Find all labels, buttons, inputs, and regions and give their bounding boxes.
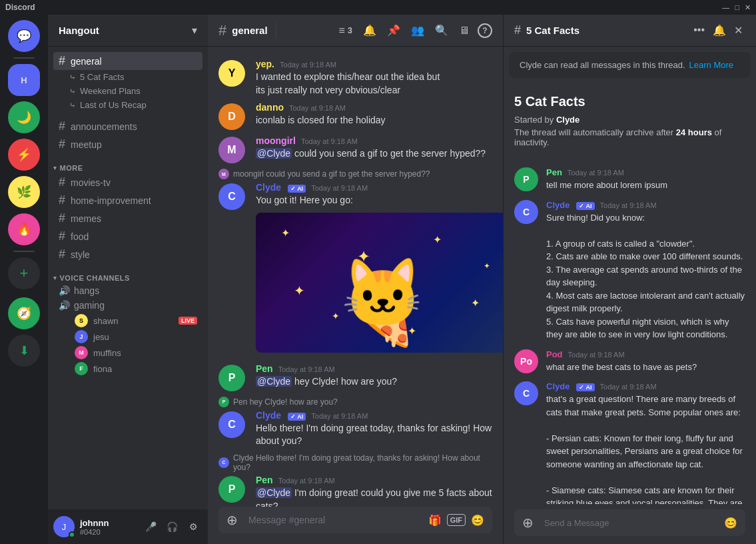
minimize-button[interactable]: — xyxy=(722,3,729,12)
channel-item-announcements[interactable]: # announcements xyxy=(53,117,202,135)
server-header[interactable]: Hangout ▾ xyxy=(48,15,208,47)
avatar-pen-cats[interactable]: P xyxy=(218,476,245,503)
voice-channel-hangs[interactable]: 🔊 hangs xyxy=(53,283,202,298)
chat-channel-name: general xyxy=(232,25,267,36)
thread-more-button[interactable]: ••• xyxy=(691,21,707,39)
server-icon-4[interactable]: 🌿 xyxy=(8,176,40,208)
channel-item-style[interactable]: # style xyxy=(53,245,202,263)
channel-hash-style: # xyxy=(59,247,65,261)
voice-user-muffins[interactable]: M muffins xyxy=(53,345,202,361)
channel-item-memes[interactable]: # memes xyxy=(53,209,202,227)
thread-message-input[interactable] xyxy=(542,511,716,535)
mention-clyde-2[interactable]: @Clyde xyxy=(256,376,292,387)
message-input[interactable] xyxy=(246,507,420,533)
thread-avatar-pod[interactable]: Po xyxy=(514,349,538,373)
mute-button[interactable]: 🎤 xyxy=(141,517,160,536)
channel-item-home[interactable]: # home-improvement xyxy=(53,191,202,209)
explore-button[interactable]: 🧭 xyxy=(8,297,40,329)
gif-button[interactable]: GIF xyxy=(447,514,466,526)
threads-button[interactable]: ≡ 3 xyxy=(336,22,355,39)
thread-icon-3: ⤷ xyxy=(69,101,76,110)
avatar-clyde-hello[interactable]: C xyxy=(218,411,245,438)
msg-author-yep[interactable]: yep. xyxy=(256,59,274,69)
channel-item-movies[interactable]: # movies-tv xyxy=(53,173,202,191)
voice-channel-gaming[interactable]: 🔊 gaming xyxy=(53,298,202,313)
user-avatar[interactable]: J xyxy=(53,516,75,537)
thread-item-cat-facts[interactable]: ⤷ 5 Cat Facts xyxy=(53,70,202,84)
voice-user-fiona[interactable]: F fiona xyxy=(53,361,202,377)
thread-avatar-clyde-facts[interactable]: C xyxy=(514,200,538,224)
notification-bell-button[interactable]: 🔔 xyxy=(360,21,379,39)
thread-learn-more-link[interactable]: Learn More xyxy=(689,60,733,70)
message-group-clyde-gif: C Clyde ✓ AI Today at 9:18 AM You got it… xyxy=(208,181,503,359)
gift-button[interactable]: 🎁 xyxy=(426,511,444,529)
server-icon-1[interactable]: H xyxy=(8,64,40,96)
maximize-button[interactable]: □ xyxy=(735,3,739,12)
thread-msg-clyde-facts: C Clyde ✓ AI Today at 9:18 AM Sure thing… xyxy=(504,196,756,345)
archive-hours: 24 hours xyxy=(676,127,712,137)
avatar-moongirl[interactable]: M xyxy=(218,137,245,163)
thread-emoji-button[interactable]: 😊 xyxy=(721,514,740,532)
thread-item-lastofus[interactable]: ⤷ Last of Us Recap xyxy=(53,98,202,112)
message-group-clyde-hello: C Clyde ✓ AI Today at 9:18 AM Hello ther… xyxy=(208,409,503,449)
thread-messages: P Pen Today at 9:18 AM tell me more abou… xyxy=(504,158,756,504)
msg-author-pen[interactable]: Pen xyxy=(256,363,273,374)
msg-author-clyde-gif[interactable]: Clyde xyxy=(256,182,281,193)
download-button[interactable]: ⬇ xyxy=(8,335,40,367)
thread-notification-button[interactable]: 🔔 xyxy=(710,21,729,39)
settings-button[interactable]: ⚙ xyxy=(184,517,202,536)
category-more[interactable]: ▾ MORE xyxy=(48,161,208,173)
msg-author-danno[interactable]: danno xyxy=(256,102,284,113)
help-button[interactable]: ? xyxy=(478,23,492,38)
msg-header-pen: Pen Today at 9:18 AM xyxy=(256,363,492,374)
thread-msg-pen-ref: P Pen Today at 9:18 AM tell me more abou… xyxy=(504,163,756,196)
server-icon-3[interactable]: ⚡ xyxy=(8,139,40,171)
emoji-button[interactable]: 😊 xyxy=(468,511,487,529)
voice-user-shawn[interactable]: S shawn LIVE xyxy=(53,313,202,329)
pin-button[interactable]: 📌 xyxy=(384,21,403,39)
avatar-pen[interactable]: P xyxy=(218,365,245,391)
thread-ts-pod: Today at 9:18 AM xyxy=(568,351,625,359)
thread-name-cat-facts: 5 Cat Facts xyxy=(80,72,124,82)
deafen-button[interactable]: 🎧 xyxy=(163,517,181,536)
titlebar: Discord — □ ✕ xyxy=(0,0,756,15)
discord-home-button[interactable]: 💬 xyxy=(8,20,40,52)
thread-author-clyde-facts[interactable]: Clyde xyxy=(546,200,569,210)
category-more-arrow: ▾ xyxy=(53,165,57,171)
thread-header: # 5 Cat Facts ••• 🔔 ✕ xyxy=(504,15,756,47)
thread-author-pen[interactable]: Pen xyxy=(546,167,562,177)
members-button[interactable]: 👥 xyxy=(408,21,427,39)
thread-close-button[interactable]: ✕ xyxy=(731,21,745,39)
msg-author-clyde-hello[interactable]: Clyde xyxy=(256,410,281,421)
avatar-clyde-gif[interactable]: C xyxy=(218,183,245,210)
close-button[interactable]: ✕ xyxy=(745,3,751,12)
thread-item-weekend[interactable]: ⤷ Weekend Plans xyxy=(53,84,202,98)
msg-author-moongirl[interactable]: moongirl xyxy=(256,135,296,146)
thread-avatar-pen[interactable]: P xyxy=(514,167,538,191)
mention-clyde-3[interactable]: @Clyde xyxy=(256,487,292,498)
server-icon-2[interactable]: 🌙 xyxy=(8,101,40,133)
category-voice[interactable]: ▾ VOICE CHANNELS xyxy=(48,271,208,283)
search-button[interactable]: 🔍 xyxy=(432,21,451,39)
thread-add-button[interactable]: ⊕ xyxy=(520,509,536,536)
channel-list: # general ⤷ 5 Cat Facts ⤷ Weekend Plans … xyxy=(48,47,208,509)
voice-user-jesu[interactable]: J jesu xyxy=(53,329,202,345)
msg-author-pen-cats[interactable]: Pen xyxy=(256,475,273,485)
add-content-button[interactable]: ⊕ xyxy=(224,507,240,533)
channel-item-general[interactable]: # general xyxy=(53,52,202,70)
thread-header-clyde-facts: Clyde ✓ AI Today at 9:18 AM xyxy=(546,200,745,210)
thread-author-clyde-breeds[interactable]: Clyde xyxy=(546,381,569,391)
mention-clyde-1[interactable]: @Clyde xyxy=(256,148,292,159)
server-icon-5[interactable]: 🔥 xyxy=(8,213,40,245)
inbox-button[interactable]: 🖥 xyxy=(456,22,472,39)
add-server-button[interactable]: + xyxy=(8,257,40,289)
thread-hash-icon: # xyxy=(514,23,521,37)
thread-author-pod[interactable]: Pod xyxy=(546,349,563,359)
channel-item-food[interactable]: # food xyxy=(53,227,202,245)
avatar-yep[interactable]: Y xyxy=(218,60,245,87)
thread-avatar-clyde-breeds[interactable]: C xyxy=(514,381,538,405)
voice-name-hangs: hangs xyxy=(74,285,99,296)
thread-msg-clyde-breeds: C Clyde ✓ AI Today at 9:18 AM that's a g… xyxy=(504,377,756,504)
avatar-danno[interactable]: D xyxy=(218,103,245,130)
channel-item-meetup[interactable]: # meetup xyxy=(53,135,202,153)
